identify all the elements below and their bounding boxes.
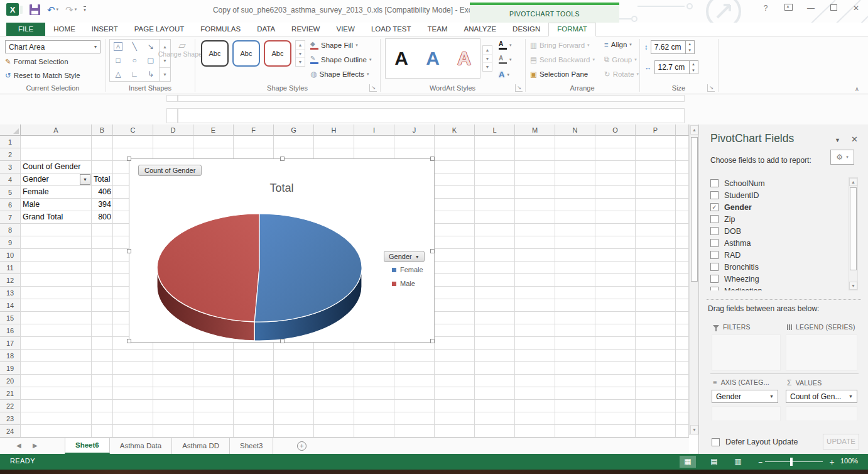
line-shape-icon[interactable]: ╲ bbox=[126, 40, 143, 53]
defer-checkbox[interactable] bbox=[712, 438, 720, 446]
scroll-up-icon[interactable]: ▲ bbox=[690, 125, 698, 135]
tab-analyze[interactable]: ANALYZE bbox=[456, 23, 505, 36]
field-item-studentid[interactable]: StudentID bbox=[710, 189, 847, 201]
shape-style-preset-3[interactable]: Abc bbox=[264, 40, 291, 67]
field-item-gender[interactable]: ✓Gender bbox=[710, 201, 847, 213]
sheet-tab-asthma-data[interactable]: Asthma Data bbox=[110, 438, 172, 454]
column-header-K[interactable]: K bbox=[435, 124, 475, 136]
gallery-down-icon[interactable]: ▼ bbox=[296, 50, 305, 58]
field-item-rad[interactable]: RAD bbox=[710, 249, 847, 261]
sheet-nav-right-icon[interactable]: ▶ bbox=[33, 442, 38, 449]
arrow-shape-icon[interactable]: ↘ bbox=[143, 40, 159, 53]
column-header-J[interactable]: J bbox=[394, 124, 435, 136]
filters-drop-zone[interactable] bbox=[712, 334, 781, 371]
row-header-19[interactable]: 19 bbox=[0, 362, 21, 375]
chart-selection-handle[interactable] bbox=[430, 249, 435, 253]
column-header-P[interactable]: P bbox=[636, 124, 676, 136]
row-header-1[interactable]: 1 bbox=[0, 136, 21, 148]
field-checkbox-medication[interactable] bbox=[710, 287, 719, 290]
text-fill-button[interactable]: A ▾ bbox=[499, 41, 512, 50]
text-outline-button[interactable]: A ▾ bbox=[499, 55, 512, 64]
tab-review[interactable]: REVIEW bbox=[283, 23, 328, 36]
pivot-chart-object[interactable]: Count of Gender Total Gender ▼ FemaleMal… bbox=[129, 158, 435, 343]
field-checkbox-bronchitis[interactable] bbox=[710, 263, 719, 271]
minimize-icon[interactable]: — bbox=[804, 4, 818, 13]
tab-view[interactable]: VIEW bbox=[328, 23, 362, 36]
sheet-tab-sheet6[interactable]: Sheet6 bbox=[65, 438, 110, 454]
row-header-18[interactable]: 18 bbox=[0, 350, 21, 362]
field-checkbox-zip[interactable] bbox=[710, 215, 719, 223]
gallery-more-icon[interactable]: ▼ bbox=[159, 67, 170, 81]
tab-team[interactable]: TEAM bbox=[420, 23, 456, 36]
field-checkbox-rad[interactable] bbox=[710, 251, 719, 259]
bring-forward-button[interactable]: ▥ Bring Forward▾ bbox=[530, 41, 590, 50]
scroll-down-icon[interactable]: ▼ bbox=[690, 425, 698, 434]
field-item-bronchitis[interactable]: Bronchitis bbox=[710, 261, 847, 273]
select-all-corner[interactable] bbox=[0, 124, 21, 136]
row-header-9[interactable]: 9 bbox=[0, 236, 21, 249]
dialog-launcher-icon[interactable]: ↘ bbox=[369, 84, 377, 92]
tab-formulas[interactable]: FORMULAS bbox=[192, 23, 249, 36]
zoom-in-icon[interactable]: ＋ bbox=[828, 456, 836, 468]
field-item-medication[interactable]: Medication bbox=[710, 285, 847, 290]
tab-home[interactable]: HOME bbox=[45, 23, 84, 36]
oval-shape-icon[interactable]: ○ bbox=[126, 53, 143, 67]
zoom-slider-track[interactable] bbox=[765, 461, 823, 462]
rounded-rectangle-shape-icon[interactable]: ▢ bbox=[143, 53, 159, 67]
width-down-icon[interactable]: ▼ bbox=[690, 67, 698, 74]
row-header-21[interactable]: 21 bbox=[0, 387, 21, 400]
reset-to-match-style-button[interactable]: ↺ Reset to Match Style bbox=[5, 71, 80, 80]
pivot-cell-value-male[interactable]: 394 bbox=[92, 199, 113, 211]
row-header-2[interactable]: 2 bbox=[0, 148, 21, 161]
width-up-icon[interactable]: ▲ bbox=[690, 61, 698, 67]
redo-icon[interactable]: ↷▾ bbox=[65, 5, 77, 14]
field-item-schoolnum[interactable]: SchoolNum bbox=[710, 177, 847, 189]
gallery-down-icon[interactable]: ▼ bbox=[483, 55, 492, 63]
sheet-tab-asthma-dd[interactable]: Asthma DD bbox=[172, 438, 230, 454]
column-header-M[interactable]: M bbox=[515, 124, 555, 136]
row-header-24[interactable]: 24 bbox=[0, 425, 21, 438]
elbow-connector-shape-icon[interactable]: ∟ bbox=[126, 67, 143, 81]
field-list-scroll-thumb[interactable] bbox=[850, 187, 857, 270]
column-header-N[interactable]: N bbox=[555, 124, 595, 136]
shape-fill-button[interactable]: ◆ Shape Fill▾ bbox=[310, 41, 358, 50]
row-header-22[interactable]: 22 bbox=[0, 400, 21, 412]
column-header-I[interactable]: I bbox=[354, 124, 394, 136]
chart-selection-handle[interactable] bbox=[127, 339, 131, 343]
shape-style-preset-2[interactable]: Abc bbox=[232, 40, 260, 67]
legend-item-female[interactable]: Female bbox=[392, 266, 423, 273]
group-button[interactable]: ⧉ Group▾ bbox=[604, 55, 637, 63]
values-drop-zone[interactable] bbox=[786, 406, 857, 421]
column-header-O[interactable]: O bbox=[595, 124, 636, 136]
vertical-scrollbar[interactable]: ▲ ▼ bbox=[689, 124, 698, 435]
shape-style-preset-1[interactable]: Abc bbox=[201, 40, 229, 67]
legend-drop-zone[interactable] bbox=[786, 334, 857, 371]
send-backward-button[interactable]: ▤ Send Backward▾ bbox=[530, 55, 595, 64]
tab-format[interactable]: FORMAT bbox=[548, 23, 596, 36]
wordart-preset-2[interactable]: A bbox=[426, 48, 440, 69]
field-checkbox-dob[interactable] bbox=[710, 227, 719, 235]
sheet-tab-sheet3[interactable]: Sheet3 bbox=[230, 438, 273, 454]
row-header-4[interactable]: 4 bbox=[0, 174, 21, 186]
column-header-partial[interactable] bbox=[676, 124, 689, 136]
row-header-3[interactable]: 3 bbox=[0, 161, 21, 174]
pane-options-icon[interactable]: ▼ bbox=[835, 137, 840, 143]
customize-quick-access-icon[interactable]: ▾ bbox=[84, 6, 86, 13]
gender-filter-icon[interactable]: ▼ bbox=[80, 174, 90, 185]
chart-element-selector[interactable]: Chart Area ▾ bbox=[5, 40, 100, 53]
row-header-14[interactable]: 14 bbox=[0, 299, 21, 312]
chart-selection-handle[interactable] bbox=[430, 157, 435, 161]
row-header-5[interactable]: 5 bbox=[0, 186, 21, 199]
row-header-8[interactable]: 8 bbox=[0, 224, 21, 236]
normal-view-icon[interactable]: ▦ bbox=[680, 456, 696, 468]
elbow-arrow-shape-icon[interactable]: ↳ bbox=[143, 67, 159, 81]
width-input[interactable] bbox=[655, 61, 689, 74]
wordart-preset-3[interactable]: A bbox=[457, 48, 471, 69]
field-item-dob[interactable]: DOB bbox=[710, 225, 847, 237]
height-down-icon[interactable]: ▼ bbox=[686, 47, 694, 53]
field-checkbox-studentid[interactable] bbox=[710, 191, 719, 199]
gallery-more-icon[interactable]: ▼ bbox=[296, 58, 305, 66]
chart-title[interactable]: Total bbox=[129, 182, 434, 195]
dialog-launcher-icon[interactable]: ↘ bbox=[707, 84, 715, 92]
rotate-button[interactable]: ↻ Rotate▾ bbox=[604, 70, 639, 79]
